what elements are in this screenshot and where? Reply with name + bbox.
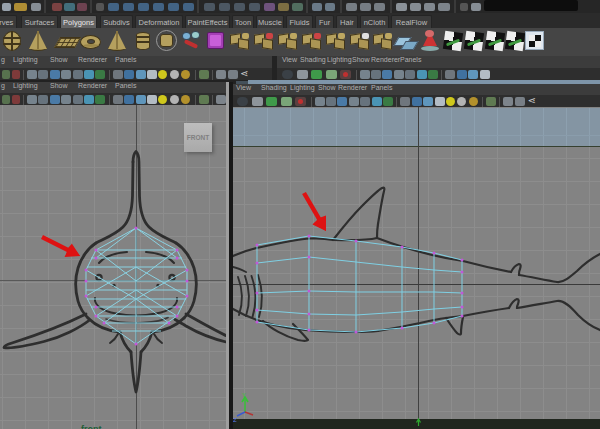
svg-text:Z: Z [233, 417, 237, 423]
svg-text:Y: Y [242, 392, 246, 398]
